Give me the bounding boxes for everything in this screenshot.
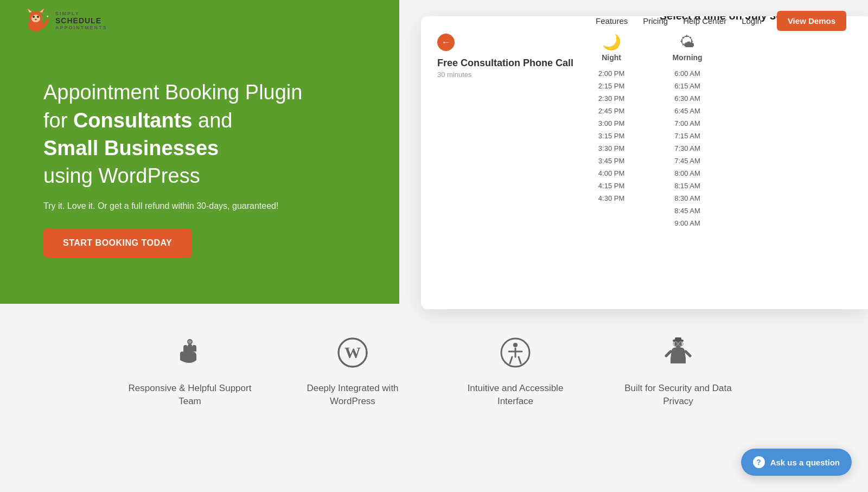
time-slot[interactable]: 9:00 AM: [666, 217, 709, 229]
service-name: Free Consultation Phone Call: [437, 57, 573, 69]
security-label: Built for Security and Data Privacy: [613, 382, 743, 408]
svg-marker-5: [40, 9, 44, 12]
login-link[interactable]: Login: [742, 16, 762, 25]
view-demos-button[interactable]: View Demos: [777, 11, 846, 31]
time-slot[interactable]: 6:15 AM: [666, 80, 709, 92]
chat-button[interactable]: ? Ask us a question: [741, 449, 852, 451]
time-slot[interactable]: 3:30 PM: [590, 142, 633, 155]
accessibility-icon: [499, 336, 532, 373]
hero-section: Appointment Booking Plugin for Consultan…: [0, 0, 868, 304]
nav-links: Features Pricing Help Center Login View …: [596, 11, 846, 31]
time-slot[interactable]: 2:15 PM: [590, 80, 633, 92]
fox-logo-icon: [22, 7, 50, 35]
svg-text:W: W: [344, 343, 361, 361]
features-link[interactable]: Features: [596, 16, 628, 25]
night-column: 🌙 Night 2:00 PM 2:15 PM 2:30 PM 2:45 PM …: [590, 33, 633, 229]
time-slot[interactable]: 7:30 AM: [666, 142, 709, 155]
svg-rect-19: [675, 337, 681, 341]
svg-point-16: [513, 343, 518, 347]
time-slot[interactable]: 6:45 AM: [666, 105, 709, 117]
time-slot[interactable]: 3:15 PM: [590, 130, 633, 142]
time-slot[interactable]: 6:30 AM: [666, 92, 709, 105]
accessibility-label: Intuitive and Accessible Interface: [450, 382, 580, 408]
svg-point-6: [31, 15, 40, 22]
feature-accessibility: Intuitive and Accessible Interface: [450, 336, 580, 408]
time-columns: 🌙 Night 2:00 PM 2:15 PM 2:30 PM 2:45 PM …: [590, 33, 852, 229]
time-slot[interactable]: 2:00 PM: [590, 67, 633, 80]
morning-column: 🌤 Morning 6:00 AM 6:15 AM 6:30 AM 6:45 A…: [666, 33, 709, 229]
time-slot[interactable]: 2:45 PM: [590, 105, 633, 117]
hero-subtitle: Try it. Love it. Or get a full refund wi…: [43, 201, 372, 211]
logo-text: SIMPLY SCHEDULE APPOINTMENTS: [55, 11, 107, 30]
time-slot[interactable]: 7:15 AM: [666, 130, 709, 142]
time-slot[interactable]: 8:30 AM: [666, 192, 709, 205]
help-center-link[interactable]: Help Center: [683, 16, 726, 25]
time-slot[interactable]: 3:45 PM: [590, 155, 633, 167]
svg-point-8: [37, 16, 39, 18]
time-slot[interactable]: 7:00 AM: [666, 117, 709, 130]
hero-title: Appointment Booking Plugin for Consultan…: [43, 79, 372, 190]
time-slot[interactable]: 2:30 PM: [590, 92, 633, 105]
time-slot[interactable]: 4:15 PM: [590, 180, 633, 192]
time-slot[interactable]: 4:30 PM: [590, 192, 633, 205]
feature-wordpress: W Deeply Integrated with WordPress: [288, 336, 418, 408]
support-label: Responsive & Helpful Support Team: [125, 382, 255, 408]
time-slot[interactable]: 8:15 AM: [666, 180, 709, 192]
logo[interactable]: SIMPLY SCHEDULE APPOINTMENTS: [22, 7, 107, 35]
navbar: SIMPLY SCHEDULE APPOINTMENTS Features Pr…: [0, 0, 868, 41]
svg-point-7: [33, 16, 35, 18]
morning-label: Morning: [672, 53, 702, 62]
time-slot[interactable]: 8:00 AM: [666, 167, 709, 180]
svg-point-9: [35, 19, 37, 20]
wordpress-icon: W: [336, 336, 369, 373]
feature-support: Responsive & Helpful Support Team: [125, 336, 255, 408]
wordpress-label: Deeply Integrated with WordPress: [288, 382, 418, 408]
support-icon: [174, 336, 206, 373]
time-slot[interactable]: 6:00 AM: [666, 67, 709, 80]
time-slot[interactable]: 4:00 PM: [590, 167, 633, 180]
time-slot[interactable]: 8:45 AM: [666, 205, 709, 217]
features-section: Responsive & Helpful Support Team W Deep…: [0, 304, 868, 451]
hero-left-panel: Appointment Booking Plugin for Consultan…: [0, 0, 399, 304]
feature-security: Built for Security and Data Privacy: [613, 336, 743, 408]
start-booking-button[interactable]: START BOOKING TODAY: [43, 228, 192, 258]
booking-widget: ← Free Consultation Phone Call 30 minute…: [421, 16, 868, 309]
hero-right-panel: ← Free Consultation Phone Call 30 minute…: [399, 0, 868, 304]
security-icon: [662, 336, 694, 373]
time-slot[interactable]: 3:00 PM: [590, 117, 633, 130]
night-label: Night: [602, 53, 621, 62]
service-duration: 30 minutes: [437, 71, 573, 79]
pricing-link[interactable]: Pricing: [643, 16, 668, 25]
time-slot[interactable]: 7:45 AM: [666, 155, 709, 167]
